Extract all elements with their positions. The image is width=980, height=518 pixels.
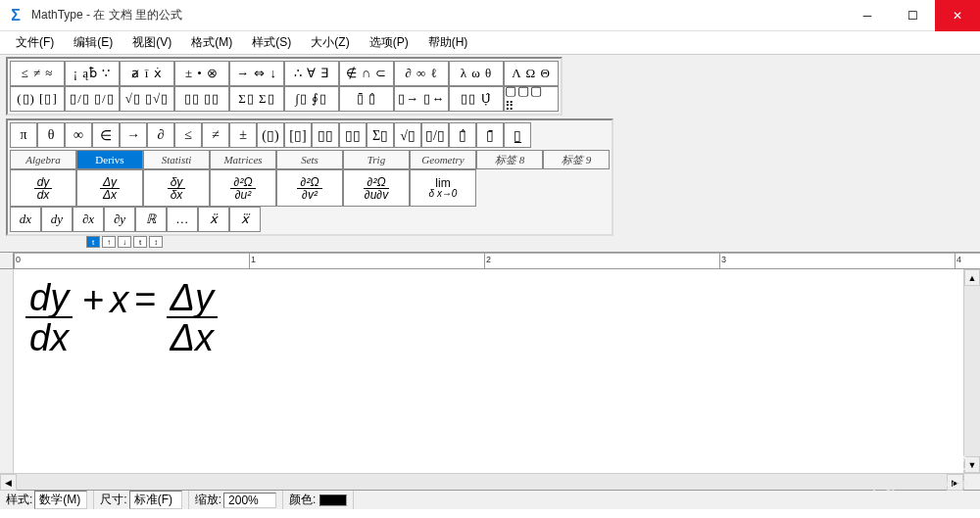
tab-marker-right[interactable]: ↓ bbox=[118, 236, 131, 248]
scroll-right-icon[interactable]: ▶ bbox=[947, 474, 963, 491]
eq-plus: + bbox=[82, 279, 104, 321]
menu-view[interactable]: 视图(V) bbox=[122, 32, 181, 53]
palette-products[interactable]: ▯▯ Ụ̂ bbox=[449, 86, 504, 112]
palette-arrows2[interactable]: ▯→ ▯↔ bbox=[394, 86, 449, 112]
tab-marker-center[interactable]: ↑ bbox=[102, 236, 116, 248]
sym-frac[interactable]: ▯/▯ bbox=[421, 122, 449, 148]
tab-marker-bar[interactable]: ↕ bbox=[149, 236, 163, 248]
close-button[interactable]: ✕ bbox=[935, 0, 980, 31]
palette-sums[interactable]: Σ▯ Σ▯ bbox=[229, 86, 284, 112]
tab-marker-decimal[interactable]: t bbox=[133, 236, 147, 248]
status-zoom[interactable]: 缩放: 200% bbox=[189, 491, 283, 509]
tpl-px[interactable]: ∂x bbox=[73, 207, 104, 232]
status-size[interactable]: 尺寸: 标准(F) bbox=[94, 491, 188, 509]
menu-options[interactable]: 选项(P) bbox=[360, 32, 418, 53]
sym-arrow[interactable]: → bbox=[120, 122, 147, 148]
tab-8[interactable]: 标签 8 bbox=[476, 150, 543, 169]
sym-brack[interactable]: [▯] bbox=[284, 122, 312, 148]
sym-sub[interactable]: ▯▯ bbox=[312, 122, 339, 148]
tab-trig[interactable]: Trig bbox=[343, 150, 410, 169]
tpl-dx[interactable]: dx bbox=[10, 207, 41, 232]
palette-matrices[interactable]: ▢▢▢ ⠿ bbox=[504, 86, 559, 112]
palette-misc[interactable]: ∂ ∞ ℓ bbox=[394, 61, 449, 86]
tpl-real[interactable]: ℝ bbox=[135, 207, 167, 232]
tab-geometry[interactable]: Geometry bbox=[410, 150, 476, 169]
tab-sets[interactable]: Sets bbox=[276, 150, 343, 169]
palette-radicals[interactable]: √▯ ▯√▯ bbox=[120, 86, 174, 112]
palette-spaces[interactable]: ¡ ąƀ ∵ bbox=[65, 61, 120, 86]
tpl-lim[interactable]: limδ x→0 bbox=[410, 169, 476, 207]
tpl-xdd[interactable]: ẍ bbox=[198, 207, 229, 232]
palette-subsup[interactable]: ▯▯ ▯▯ bbox=[174, 86, 229, 112]
tpl-deltay[interactable]: ΔyΔx bbox=[76, 169, 143, 207]
tab-9[interactable]: 标签 9 bbox=[543, 150, 610, 169]
sym-paren[interactable]: (▯) bbox=[257, 122, 284, 148]
sym-ne[interactable]: ≠ bbox=[202, 122, 229, 148]
sym-bar[interactable]: ▯̄ bbox=[476, 122, 504, 148]
status-color-label: 颜色: bbox=[289, 492, 316, 508]
sym-partial[interactable]: ∂ bbox=[147, 122, 174, 148]
sym-sqrt[interactable]: √▯ bbox=[394, 122, 421, 148]
palette-operators[interactable]: ± • ⊗ bbox=[174, 61, 229, 86]
scroll-down-icon[interactable]: ▼ bbox=[964, 456, 980, 473]
menu-help[interactable]: 帮助(H) bbox=[418, 32, 478, 53]
eq-equals: = bbox=[134, 279, 156, 321]
tpl-d2u[interactable]: ∂²Ω∂u² bbox=[210, 169, 276, 207]
sym-le[interactable]: ≤ bbox=[174, 122, 202, 148]
palette-integrals[interactable]: ∫▯ ∮▯ bbox=[284, 86, 339, 112]
tab-marker-left[interactable]: t bbox=[86, 236, 100, 248]
tab-statistic[interactable]: Statisti bbox=[143, 150, 210, 169]
tpl-dy[interactable]: dy bbox=[41, 207, 73, 232]
sym-in[interactable]: ∈ bbox=[92, 122, 120, 148]
scroll-corner bbox=[963, 474, 980, 490]
palette-fences[interactable]: (▯) [▯] bbox=[10, 86, 65, 112]
tab-algebra[interactable]: Algebra bbox=[10, 150, 76, 169]
tpl-xddd[interactable]: x⃛ bbox=[229, 207, 261, 232]
status-color[interactable]: 颜色: bbox=[283, 491, 354, 509]
scroll-track[interactable] bbox=[964, 286, 980, 456]
menu-file[interactable]: 文件(F) bbox=[6, 32, 64, 53]
palette-arrows[interactable]: → ⇔ ↓ bbox=[229, 61, 284, 86]
scroll-up-icon[interactable]: ▲ bbox=[964, 269, 980, 286]
sym-hat[interactable]: ▯̂ bbox=[449, 122, 476, 148]
palette-embellish[interactable]: ⱥ ī ẋ bbox=[120, 61, 174, 86]
sym-sum[interactable]: Σ▯ bbox=[367, 122, 394, 148]
horizontal-scrollbar[interactable]: ◀ ▶ bbox=[0, 473, 980, 490]
sym-sup[interactable]: ▯▯ bbox=[339, 122, 367, 148]
status-style[interactable]: 样式: 数学(M) bbox=[0, 491, 94, 509]
tab-matrices[interactable]: Matrices bbox=[210, 150, 276, 169]
palette-relations[interactable]: ≤ ≠ ≈ bbox=[10, 61, 65, 86]
palette-set[interactable]: ∉ ∩ ⊂ bbox=[339, 61, 394, 86]
tpl-d2uv[interactable]: ∂²Ω∂u∂v bbox=[343, 169, 410, 207]
toolbar-area: ≤ ≠ ≈ ¡ ąƀ ∵ ⱥ ī ẋ ± • ⊗ → ⇔ ↓ ∴ ∀ ∃ ∉ ∩… bbox=[0, 55, 980, 253]
palette-bars[interactable]: ▯̄ ▯̂ bbox=[339, 86, 394, 112]
maximize-button[interactable]: ☐ bbox=[890, 0, 935, 31]
equation-editor[interactable]: dy dx + x = Δy Δx bbox=[14, 269, 963, 473]
sym-theta[interactable]: θ bbox=[37, 122, 65, 148]
template-row-small: dx dy ∂x ∂y ℝ … ẍ x⃛ bbox=[10, 207, 610, 232]
menu-style[interactable]: 样式(S) bbox=[242, 32, 301, 53]
sym-inf[interactable]: ∞ bbox=[65, 122, 92, 148]
menu-size[interactable]: 大小(Z) bbox=[301, 32, 359, 53]
tpl-dots[interactable]: … bbox=[167, 207, 198, 232]
sym-pi[interactable]: π bbox=[10, 122, 37, 148]
tpl-dydx[interactable]: dydx bbox=[10, 169, 76, 207]
vertical-scrollbar[interactable]: ▲ ▼ bbox=[963, 269, 980, 473]
tpl-deltay2[interactable]: δyδx bbox=[143, 169, 210, 207]
tab-derivs[interactable]: Derivs bbox=[76, 150, 143, 169]
menu-format[interactable]: 格式(M) bbox=[181, 32, 242, 53]
tpl-d2v[interactable]: ∂²Ω∂v² bbox=[276, 169, 343, 207]
sym-pm[interactable]: ± bbox=[229, 122, 257, 148]
ruler[interactable]: 0 1 2 3 4 bbox=[14, 253, 980, 268]
palette-logical[interactable]: ∴ ∀ ∃ bbox=[284, 61, 339, 86]
menu-edit[interactable]: 编辑(E) bbox=[64, 32, 122, 53]
small-symbol-row: π θ ∞ ∈ → ∂ ≤ ≠ ± (▯) [▯] ▯▯ ▯▯ Σ▯ √▯ ▯/… bbox=[10, 122, 610, 148]
sym-under[interactable]: ▯̲ bbox=[504, 122, 531, 148]
minimize-button[interactable]: ─ bbox=[845, 0, 890, 31]
scroll-hor-track[interactable] bbox=[17, 474, 947, 490]
palette-fractions[interactable]: ▯/▯ ▯/▯ bbox=[65, 86, 120, 112]
tpl-py[interactable]: ∂y bbox=[104, 207, 135, 232]
palette-greek-low[interactable]: λ ω θ bbox=[449, 61, 504, 86]
status-zoom-value: 200% bbox=[223, 493, 276, 508]
scroll-left-icon[interactable]: ◀ bbox=[0, 474, 17, 491]
